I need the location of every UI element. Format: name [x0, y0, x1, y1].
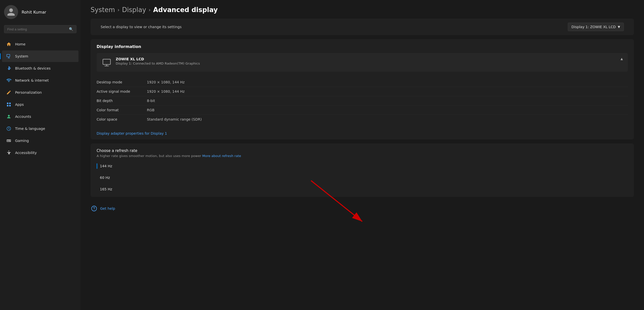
sidebar-item-personalization[interactable]: Personalization: [2, 87, 78, 98]
refresh-option-144[interactable]: 144 Hz: [97, 160, 628, 172]
search-icon: 🔍: [69, 27, 73, 31]
sidebar-item-accounts[interactable]: Accounts: [2, 111, 78, 122]
accounts-icon: [6, 114, 12, 119]
sidebar-item-bluetooth-label: Bluetooth & devices: [15, 66, 51, 70]
network-icon: [6, 78, 12, 83]
svg-rect-4: [9, 105, 11, 107]
system-icon: [6, 54, 12, 59]
info-val-colorformat: RGB: [147, 108, 154, 112]
info-val-colorspace: Standard dynamic range (SDR): [147, 117, 202, 121]
time-icon: [6, 126, 12, 131]
info-row-desktop: Desktop mode 1920 × 1080, 144 Hz: [97, 78, 628, 87]
sidebar-item-personalization-label: Personalization: [15, 90, 42, 94]
breadcrumb-sep2: ›: [149, 7, 151, 13]
search-input[interactable]: [7, 27, 67, 31]
sidebar-item-time[interactable]: Time & language: [2, 123, 78, 134]
refresh-option-165-label: 165 Hz: [100, 187, 112, 191]
accessibility-icon: [6, 150, 12, 156]
breadcrumb-system[interactable]: System: [91, 6, 115, 14]
info-row-signal: Active signal mode 1920 × 1080, 144 Hz: [97, 87, 628, 96]
info-key-colorspace: Color space: [97, 117, 147, 121]
refresh-subtitle: A higher rate gives smoother motion, but…: [97, 154, 241, 158]
display-info-card: ZOWIE XL LCD Display 1: Connected to AMD…: [97, 53, 628, 72]
sidebar-item-home[interactable]: Home: [2, 38, 78, 50]
svg-point-10: [94, 210, 94, 210]
inactive-indicator: [97, 175, 97, 180]
info-val-bitdepth: 8-bit: [147, 99, 155, 103]
gaming-icon: [6, 138, 12, 143]
refresh-option-165[interactable]: 165 Hz: [97, 183, 628, 195]
sidebar-item-gaming[interactable]: Gaming: [2, 135, 78, 146]
info-val-desktop: 1920 × 1080, 144 Hz: [147, 80, 185, 84]
refresh-option-60[interactable]: 60 Hz: [97, 172, 628, 183]
page-header: System › Display › Advanced display: [80, 0, 644, 19]
sidebar-item-apps[interactable]: Apps: [2, 99, 78, 110]
display-dropdown[interactable]: Display 1: ZOWIE XL LCD ▼: [568, 23, 624, 31]
search-container: 🔍: [0, 23, 80, 37]
user-icon: [7, 8, 16, 17]
sidebar-item-accessibility[interactable]: Accessibility: [2, 147, 78, 159]
svg-rect-3: [7, 105, 9, 107]
breadcrumb: System › Display › Advanced display: [91, 6, 634, 14]
info-row-bitdepth: Bit depth 8-bit: [97, 96, 628, 106]
info-grid: Desktop mode 1920 × 1080, 144 Hz Active …: [91, 76, 634, 129]
info-row-colorformat: Color format RGB: [97, 106, 628, 115]
refresh-option-144-label: 144 Hz: [100, 164, 112, 168]
display-monitor-name: ZOWIE XL LCD: [116, 57, 200, 61]
sidebar-item-network-label: Network & internet: [15, 78, 49, 82]
search-box[interactable]: 🔍: [4, 25, 76, 33]
bluetooth-icon: [6, 66, 12, 71]
refresh-title-area: Choose a refresh rate A higher rate give…: [97, 148, 241, 158]
personalization-icon: [6, 90, 12, 95]
info-key-signal: Active signal mode: [97, 89, 147, 93]
display-dropdown-value: Display 1: ZOWIE XL LCD: [572, 25, 616, 29]
info-row-colorspace: Color space Standard dynamic range (SDR): [97, 115, 628, 124]
get-help-bar: Get help: [80, 201, 644, 216]
svg-point-5: [8, 115, 10, 117]
sidebar-item-accessibility-label: Accessibility: [15, 151, 37, 155]
info-val-signal: 1920 × 1080, 144 Hz: [147, 89, 185, 93]
display-selector-bar: Select a display to view or change its s…: [91, 19, 634, 35]
home-icon: [6, 41, 12, 47]
refresh-rate-section: Choose a refresh rate A higher rate give…: [91, 143, 634, 197]
display-info-title: Display information: [91, 39, 634, 53]
content-wrapper: System › Display › Advanced display Sele…: [80, 0, 644, 310]
sidebar-item-system-label: System: [15, 54, 28, 58]
main-content: System › Display › Advanced display Sele…: [80, 0, 644, 216]
help-icon: [91, 205, 98, 212]
breadcrumb-display[interactable]: Display: [122, 6, 146, 14]
chevron-down-icon: ▼: [618, 25, 620, 29]
collapse-icon[interactable]: ▲: [621, 57, 623, 61]
sidebar-item-gaming-label: Gaming: [15, 139, 29, 143]
sidebar-item-home-label: Home: [15, 42, 25, 46]
avatar: [4, 5, 18, 19]
apps-icon: [6, 102, 12, 107]
refresh-option-60-label: 60 Hz: [100, 176, 110, 180]
display-selector-label: Select a display to view or change its s…: [101, 25, 182, 29]
svg-rect-1: [7, 103, 9, 104]
refresh-header: Choose a refresh rate A higher rate give…: [91, 143, 634, 159]
refresh-options: 144 Hz 60 Hz 165 Hz: [91, 159, 634, 197]
svg-rect-2: [9, 103, 11, 104]
sidebar-item-accounts-label: Accounts: [15, 115, 31, 119]
more-about-refresh-link[interactable]: More about refresh rate: [202, 154, 241, 158]
sidebar-item-bluetooth[interactable]: Bluetooth & devices: [2, 63, 78, 74]
nav-menu: Home System Bluetooth & devices: [0, 37, 80, 160]
active-indicator: [97, 163, 97, 169]
username: Rohit Kumar: [22, 10, 46, 15]
display-info-section: Display information ZOWIE XL LCD Display…: [91, 39, 634, 139]
get-help-link[interactable]: Get help: [100, 206, 115, 211]
sidebar-item-network[interactable]: Network & internet: [2, 75, 78, 86]
svg-point-7: [8, 151, 9, 151]
user-profile: Rohit Kumar: [0, 0, 80, 23]
breadcrumb-current: Advanced display: [153, 6, 218, 14]
svg-rect-0: [7, 55, 10, 57]
inactive-indicator-2: [97, 186, 97, 192]
sidebar-item-system[interactable]: System: [2, 50, 78, 62]
svg-rect-8: [103, 59, 110, 65]
sidebar-item-apps-label: Apps: [15, 102, 24, 107]
display-monitor-sub: Display 1: Connected to AMD Radeon(TM) G…: [116, 62, 200, 65]
info-key-bitdepth: Bit depth: [97, 99, 147, 103]
adapter-properties-link[interactable]: Display adapter properties for Display 1: [91, 129, 634, 139]
sidebar: Rohit Kumar 🔍 Home System: [0, 0, 80, 310]
